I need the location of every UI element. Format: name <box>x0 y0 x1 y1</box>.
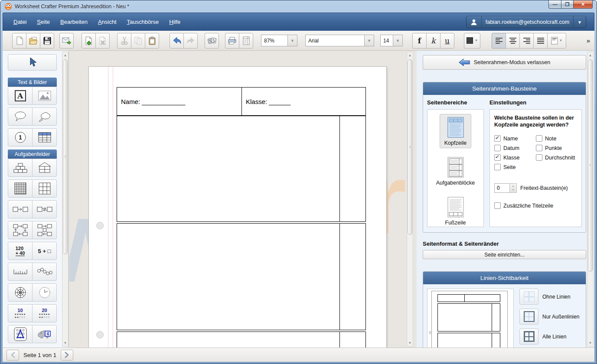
menu-datei[interactable]: Datei <box>13 19 26 25</box>
freitext-count-input[interactable]: 0 <box>494 183 510 193</box>
checkbox-note[interactable]: Note <box>536 135 575 142</box>
task-block-2[interactable] <box>117 223 366 330</box>
kopfzeile-area-button[interactable]: Kopfzeile <box>440 114 471 148</box>
scroll-down-icon[interactable]: ▼ <box>62 340 68 346</box>
font-size-input[interactable]: 14 <box>380 35 393 46</box>
scrollbar-thumb[interactable] <box>63 59 68 254</box>
toolbar-overflow-button[interactable]: » <box>587 37 590 44</box>
vertical-align-button[interactable]: ▼ <box>547 33 566 49</box>
align-center-button[interactable] <box>506 33 520 49</box>
page-setup-button[interactable]: Seite einrichten... <box>423 250 586 259</box>
scroll-up-icon[interactable]: ▲ <box>62 52 68 58</box>
align-left-button[interactable] <box>492 33 506 49</box>
task-block-3[interactable] <box>117 332 366 348</box>
geoboard-tool[interactable] <box>8 325 33 343</box>
arrow-cross-tool[interactable] <box>32 221 57 239</box>
grid-table-tool[interactable] <box>32 179 57 198</box>
sidebar-scrollbar[interactable]: ▲ ▼ <box>62 52 69 347</box>
dice-randomize-button[interactable] <box>205 33 219 49</box>
name-field[interactable]: Name: ____________ <box>117 88 242 115</box>
numbering-tool[interactable]: 1 <box>8 128 33 146</box>
redo-button[interactable] <box>183 33 198 49</box>
previous-page-button[interactable] <box>7 350 19 361</box>
menu-ansicht[interactable]: Ansicht <box>98 19 117 25</box>
fusszeile-area-button[interactable]: Fußzeile <box>440 194 471 228</box>
scrollbar-thumb[interactable] <box>408 59 412 235</box>
speech-bubble-tool[interactable] <box>8 107 33 126</box>
copy-button[interactable] <box>131 33 145 49</box>
add-page-button[interactable] <box>82 33 96 49</box>
page-preview-button[interactable] <box>239 33 253 49</box>
table-tool[interactable] <box>32 128 57 146</box>
scroll-up-icon[interactable]: ▲ <box>407 52 413 58</box>
select-tool[interactable] <box>8 54 57 71</box>
open-document-button[interactable] <box>26 33 40 49</box>
twenty-frame-tool[interactable]: 20 ●●●●●●●○○○ <box>32 304 57 322</box>
worksheet-page[interactable]: Name: ____________ Klasse: ______ <box>88 66 387 348</box>
italic-button[interactable]: k <box>426 33 440 49</box>
task-block-1[interactable] <box>117 116 366 222</box>
print-button[interactable] <box>225 33 239 49</box>
align-justify-button[interactable] <box>533 33 548 49</box>
alle-linien-button[interactable] <box>519 328 538 344</box>
canvas-scrollbar[interactable]: ▲ ▼ <box>407 52 413 347</box>
hundred-grid-tool[interactable] <box>8 179 33 198</box>
counting-animal-tool[interactable]: 4 <box>32 325 57 343</box>
scroll-up-icon[interactable]: ▲ <box>587 52 593 58</box>
undo-button[interactable] <box>170 33 184 49</box>
rightpanel-scrollbar[interactable]: ▲ ▼ <box>587 52 594 347</box>
ten-frame-tool[interactable]: 10 ●●●●●●●○○○ <box>8 304 33 322</box>
bold-button[interactable]: f <box>412 33 427 49</box>
checkbox-name[interactable]: Name <box>494 135 536 142</box>
thought-cloud-tool[interactable] <box>32 107 57 126</box>
text-field-tool[interactable]: A <box>8 87 33 105</box>
header-block[interactable]: Name: ____________ Klasse: ______ <box>117 87 366 116</box>
arrow-pair-tool[interactable] <box>8 200 33 218</box>
checkbox-datum[interactable]: Datum <box>494 145 536 151</box>
number-line-tool[interactable] <box>8 263 33 281</box>
written-calculation-tool[interactable]: 120+ 40 <box>8 242 33 260</box>
checkbox-titelzeile[interactable]: Zusätzliche Titelzeile <box>494 202 577 209</box>
page-canvas[interactable]: W r Name: ____________ Klasse: ______ <box>69 51 417 348</box>
image-tool[interactable] <box>32 87 57 105</box>
number-pyramid-tool[interactable] <box>8 159 33 177</box>
underline-button[interactable]: u <box>440 33 454 49</box>
nur-aussenlinien-button[interactable] <box>519 309 538 325</box>
zoom-input[interactable]: 87% <box>261 35 288 46</box>
account-dropdown-arrow[interactable]: ▼ <box>574 16 586 28</box>
checkbox-klasse[interactable]: Klasse <box>494 154 536 161</box>
account-menu-button[interactable]: fabian.roeken@getschoolcraft.com ▼ <box>466 16 586 28</box>
circle-diagram-tool[interactable] <box>8 283 33 302</box>
arrow-reverse-tool[interactable] <box>32 200 57 218</box>
aufgabenbloecke-area-button[interactable]: Aufgabenblöcke <box>431 154 480 188</box>
klasse-field[interactable]: Klasse: ______ <box>242 88 365 115</box>
font-dropdown-arrow[interactable]: ▼ <box>364 35 374 46</box>
exit-frame-mode-button[interactable]: Seitenrahmen-Modus verlassen <box>423 55 586 70</box>
menu-bearbeiten[interactable]: Bearbeiten <box>60 19 88 25</box>
clock-tool[interactable] <box>32 283 57 302</box>
arrow-cycle-tool[interactable] <box>8 221 33 239</box>
scrollbar-thumb[interactable] <box>588 59 593 272</box>
menu-seite[interactable]: Seite <box>37 19 50 25</box>
ohne-linien-button[interactable] <box>519 289 538 305</box>
zoom-dropdown-arrow[interactable]: ▼ <box>287 35 297 46</box>
equation-tool[interactable]: 5 + □ <box>32 242 57 260</box>
bead-chain-tool[interactable] <box>32 263 57 281</box>
minimize-button[interactable]: — <box>548 0 561 9</box>
checkbox-seite[interactable]: Seite <box>494 164 536 170</box>
scroll-down-icon[interactable]: ▼ <box>407 340 413 346</box>
font-color-button[interactable]: ▼ <box>464 33 480 49</box>
new-document-button[interactable] <box>12 33 26 49</box>
menu-tauschboerse[interactable]: Tauschbörse <box>127 19 159 25</box>
checkbox-punkte[interactable]: Punkte <box>536 145 575 151</box>
font-name-input[interactable]: Arial <box>305 35 365 46</box>
freitext-spinner[interactable]: ▲▼ <box>509 183 517 193</box>
close-button[interactable]: ✕ <box>573 0 593 9</box>
checkbox-durchschnitt[interactable]: Durchschnitt <box>536 154 575 161</box>
font-size-dropdown-arrow[interactable]: ▼ <box>393 35 403 46</box>
next-page-button[interactable] <box>61 350 73 361</box>
share-exchange-button[interactable] <box>59 33 74 49</box>
align-right-button[interactable] <box>519 33 534 49</box>
menu-hilfe[interactable]: Hilfe <box>169 19 180 25</box>
cut-button[interactable] <box>117 33 131 49</box>
